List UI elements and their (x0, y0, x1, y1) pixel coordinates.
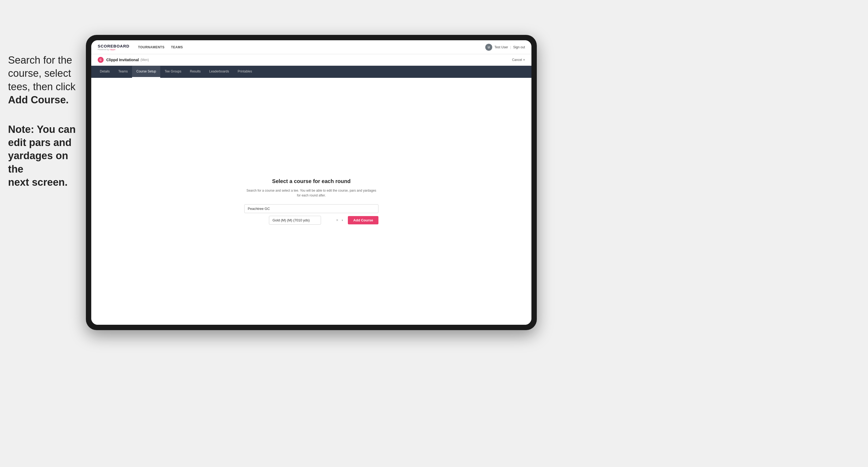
card-subtitle: Search for a course and select a tee. Yo… (244, 188, 378, 198)
tab-printables[interactable]: Printables (234, 66, 256, 78)
navbar-brand: SCOREBOARD Powered by clippd (98, 44, 129, 51)
annotation-note2: edit pars and (8, 136, 83, 149)
annotation-text: Search for the course, select tees, then… (8, 54, 83, 189)
annotation-bold: Add Course. (8, 93, 83, 106)
annotation-note3: yardages on the (8, 149, 83, 176)
tee-clear-button[interactable]: × (336, 218, 338, 222)
user-name: Test User (494, 45, 508, 49)
annotation-line2: course, select (8, 67, 83, 80)
cancel-button[interactable]: Cancel × (512, 58, 525, 62)
navbar: SCOREBOARD Powered by clippd TOURNAMENTS… (91, 40, 531, 54)
add-course-button[interactable]: Add Course (348, 216, 378, 224)
brand-name: SCOREBOARD (98, 44, 129, 48)
user-avatar: U (485, 44, 492, 51)
tab-leaderboards[interactable]: Leaderboards (205, 66, 233, 78)
content-area: Select a course for each round Search fo… (91, 78, 531, 325)
tab-details[interactable]: Details (96, 66, 114, 78)
tournament-gender: (Men) (141, 58, 149, 62)
annotation-note1: Note: You can (8, 123, 83, 136)
course-setup-card: Select a course for each round Search fo… (244, 178, 378, 225)
tournament-name: Clippd Invitational (106, 58, 139, 62)
tablet-screen: SCOREBOARD Powered by clippd TOURNAMENTS… (91, 40, 531, 325)
card-title: Select a course for each round (244, 178, 378, 184)
tab-results[interactable]: Results (185, 66, 205, 78)
annotation-line1: Search for the (8, 54, 83, 67)
tab-bar: Details Teams Course Setup Tee Groups Re… (91, 66, 531, 78)
course-search-input[interactable] (244, 204, 378, 213)
tee-chevron-icon: ▾ (342, 219, 343, 222)
nav-teams[interactable]: TEAMS (171, 44, 183, 50)
tab-teams[interactable]: Teams (114, 66, 132, 78)
annotation-note4: next screen. (8, 176, 83, 189)
navbar-right: U Test User | Sign out (485, 44, 525, 51)
powered-by: Powered by clippd (98, 48, 129, 51)
nav-links: TOURNAMENTS TEAMS (138, 44, 485, 50)
nav-separator: | (510, 45, 511, 49)
tournament-header: C Clippd Invitational (Men) Cancel × (91, 54, 531, 66)
tee-select-row: × ▾ Add Course (244, 216, 378, 225)
tab-tee-groups[interactable]: Tee Groups (160, 66, 185, 78)
tee-select-wrapper: × ▾ (244, 216, 346, 225)
sign-out-link[interactable]: Sign out (513, 45, 525, 49)
annotation-line3: tees, then click (8, 80, 83, 93)
tee-select-input[interactable] (269, 216, 321, 225)
tab-course-setup[interactable]: Course Setup (132, 66, 160, 78)
nav-tournaments[interactable]: TOURNAMENTS (138, 44, 164, 50)
tournament-icon: C (98, 57, 103, 63)
tablet-frame: SCOREBOARD Powered by clippd TOURNAMENTS… (86, 35, 537, 330)
